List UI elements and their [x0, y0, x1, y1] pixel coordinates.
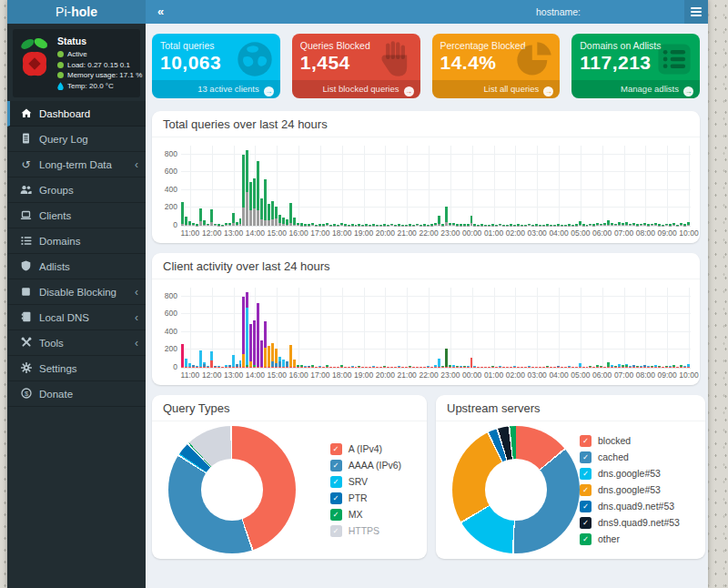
query-types-donut-chart[interactable] — [168, 426, 296, 553]
sidebar-item-disable-blocking[interactable]: Disable Blocking‹ — [7, 279, 146, 305]
query-bar[interactable] — [640, 146, 642, 226]
query-bar[interactable] — [387, 146, 389, 226]
query-bar[interactable] — [232, 288, 235, 368]
query-bar[interactable] — [337, 146, 339, 226]
hamburger-menu-icon[interactable] — [684, 0, 708, 24]
query-bar[interactable] — [271, 146, 274, 226]
query-bar[interactable] — [658, 288, 661, 368]
query-bar[interactable] — [600, 146, 602, 226]
query-bar[interactable] — [680, 146, 682, 226]
query-bar[interactable] — [561, 288, 563, 368]
query-bar[interactable] — [596, 288, 599, 368]
query-bar[interactable] — [596, 146, 599, 226]
query-bar[interactable] — [654, 146, 657, 226]
query-bar[interactable] — [618, 146, 621, 226]
query-bar[interactable] — [300, 288, 303, 368]
query-bar[interactable] — [210, 146, 213, 226]
query-bar[interactable] — [340, 146, 343, 226]
query-bar[interactable] — [333, 288, 336, 368]
query-bar[interactable] — [625, 146, 628, 226]
sidebar-item-clients[interactable]: Clients — [7, 203, 146, 228]
query-bar[interactable] — [253, 288, 256, 368]
legend-item[interactable]: ✓A (IPv4) — [330, 443, 401, 455]
query-bar[interactable] — [355, 146, 358, 226]
query-bar[interactable] — [449, 146, 451, 226]
query-bar[interactable] — [658, 146, 661, 226]
query-bar[interactable] — [427, 288, 430, 368]
query-bar[interactable] — [553, 288, 556, 368]
query-bar[interactable] — [651, 146, 653, 226]
query-bar[interactable] — [365, 288, 368, 368]
query-bar[interactable] — [441, 146, 444, 226]
sidebar-item-local-dns[interactable]: Local DNS‹ — [7, 305, 146, 330]
query-bar[interactable] — [528, 146, 531, 226]
query-bar[interactable] — [383, 288, 386, 368]
query-bar[interactable] — [293, 146, 296, 226]
query-bar[interactable] — [203, 288, 206, 368]
query-bar[interactable] — [517, 288, 520, 368]
query-bar[interactable] — [683, 146, 686, 226]
sidebar-item-dashboard[interactable]: Dashboard — [7, 101, 146, 127]
query-bar[interactable] — [463, 146, 466, 226]
legend-item[interactable]: ✓MX — [330, 509, 401, 521]
query-bar[interactable] — [669, 288, 672, 368]
query-bar[interactable] — [390, 288, 393, 368]
query-bar[interactable] — [405, 288, 408, 368]
query-bar[interactable] — [438, 288, 440, 368]
query-bar[interactable] — [355, 288, 358, 368]
query-bar[interactable] — [669, 146, 672, 226]
query-bar[interactable] — [611, 146, 613, 226]
query-bar[interactable] — [470, 146, 473, 226]
query-bar[interactable] — [546, 288, 549, 368]
query-bar[interactable] — [329, 146, 332, 226]
query-bar[interactable] — [456, 146, 459, 226]
legend-item[interactable]: ✓cached — [580, 451, 680, 463]
query-bar[interactable] — [246, 146, 248, 226]
query-bar[interactable] — [687, 146, 690, 226]
sidebar-item-query-log[interactable]: Query Log — [7, 127, 146, 152]
query-bar[interactable] — [662, 288, 664, 368]
query-bar[interactable] — [564, 146, 567, 226]
query-bar[interactable] — [203, 146, 206, 226]
query-bar[interactable] — [278, 146, 281, 226]
query-bar[interactable] — [297, 146, 299, 226]
query-bar[interactable] — [488, 288, 490, 368]
query-bar[interactable] — [326, 288, 329, 368]
list-all-queries-link[interactable]: List all queries — [432, 80, 561, 98]
query-bar[interactable] — [480, 146, 483, 226]
query-bar[interactable] — [318, 288, 321, 368]
query-bar[interactable] — [499, 146, 501, 226]
legend-item[interactable]: ✓SRV — [330, 476, 401, 488]
query-bar[interactable] — [586, 146, 589, 226]
query-bar[interactable] — [603, 288, 606, 368]
query-bar[interactable] — [524, 146, 527, 226]
query-bar[interactable] — [214, 288, 217, 368]
query-bar[interactable] — [236, 288, 238, 368]
query-bar[interactable] — [651, 288, 653, 368]
query-bar[interactable] — [434, 146, 437, 226]
query-bar[interactable] — [521, 288, 523, 368]
query-bar[interactable] — [207, 146, 209, 226]
sidebar-item-tools[interactable]: Tools‹ — [7, 330, 146, 356]
query-bar[interactable] — [477, 146, 480, 226]
query-bar[interactable] — [344, 288, 347, 368]
legend-item[interactable]: ✓blocked — [580, 435, 680, 447]
query-bar[interactable] — [614, 288, 617, 368]
query-bar[interactable] — [495, 146, 498, 226]
query-bar[interactable] — [271, 288, 274, 368]
query-bar[interactable] — [297, 288, 299, 368]
query-bar[interactable] — [185, 288, 187, 368]
query-bar[interactable] — [611, 288, 613, 368]
query-bar[interactable] — [647, 288, 650, 368]
query-bar[interactable] — [535, 146, 538, 226]
query-bar[interactable] — [199, 146, 202, 226]
legend-item[interactable]: ✓AAAA (IPv6) — [330, 460, 401, 471]
query-bar[interactable] — [579, 288, 581, 368]
query-bar[interactable] — [470, 288, 473, 368]
query-bar[interactable] — [460, 146, 462, 226]
query-bar[interactable] — [636, 146, 639, 226]
query-bar[interactable] — [629, 288, 632, 368]
query-bar[interactable] — [257, 288, 259, 368]
query-bar[interactable] — [622, 288, 624, 368]
query-bar[interactable] — [253, 146, 256, 226]
